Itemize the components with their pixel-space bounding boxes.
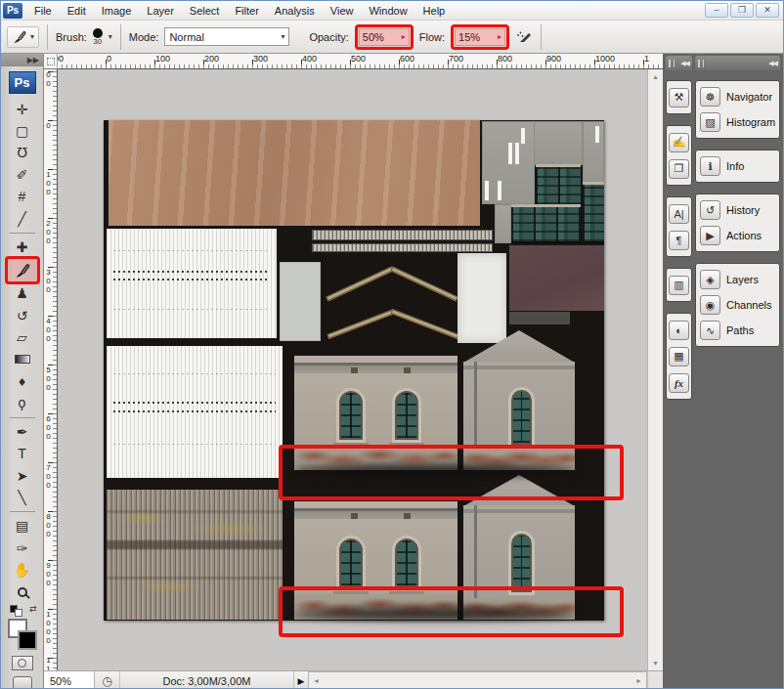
brush-icon: [14, 262, 31, 280]
mode-select[interactable]: Normal ▾: [164, 27, 289, 46]
menu-edit[interactable]: Edit: [60, 3, 94, 19]
brush-preview[interactable]: 30: [93, 28, 103, 46]
eraser-tool[interactable]: ▱: [8, 326, 37, 348]
ruler-label: 900: [45, 561, 55, 587]
panel-button-clone-source[interactable]: ❐: [669, 155, 689, 182]
gradient-tool[interactable]: [8, 348, 37, 369]
eyedropper-tool[interactable]: ✑: [8, 538, 37, 559]
narrow-dock-header[interactable]: ◀◀: [666, 56, 692, 70]
hand-tool[interactable]: ✋: [8, 559, 37, 581]
pen-tool[interactable]: ✒: [8, 421, 37, 443]
slice-tool[interactable]: ╱: [8, 207, 37, 229]
texture-concrete-mid: [534, 121, 583, 165]
panel-button-history[interactable]: ↺ History: [698, 197, 777, 223]
notes-tool[interactable]: ▤: [8, 515, 37, 537]
panel-group: ℹ Info: [695, 150, 780, 183]
options-bar: ▾ Brush: 30 ▾ Mode: Normal ▾ Opacity: 50…: [1, 21, 783, 54]
panel-button-swatches[interactable]: ▦: [669, 343, 689, 369]
panel-group: A| ¶: [666, 196, 692, 257]
restore-button[interactable]: ❐: [730, 3, 754, 18]
opacity-slider-arrow[interactable]: ▸: [402, 32, 406, 41]
brush-tool[interactable]: [8, 259, 37, 281]
panel-button-info[interactable]: ℹ Info: [698, 153, 777, 179]
menu-select[interactable]: Select: [182, 3, 228, 19]
history-brush-tool[interactable]: ↺: [8, 305, 37, 326]
minimize-button[interactable]: –: [705, 3, 728, 18]
menu-image[interactable]: Image: [94, 3, 140, 19]
flow-field[interactable]: 15% ▸: [455, 28, 505, 46]
vertical-ruler: 100 0 100 200 300 400 500 600 700 800 90…: [44, 69, 58, 670]
panel-button-styles[interactable]: fx: [669, 369, 689, 396]
airbrush-icon[interactable]: [515, 30, 533, 44]
panel-button-navigator[interactable]: ☸ Navigator: [698, 84, 777, 109]
version-cue-icon[interactable]: ◷: [95, 671, 120, 689]
navigator-icon: ☸: [700, 87, 720, 107]
flow-slider-arrow[interactable]: ▸: [498, 32, 501, 41]
panel-button-actions[interactable]: ▶ Actions: [698, 223, 777, 248]
marquee-tool[interactable]: ▢: [8, 120, 37, 142]
clone-stamp-tool[interactable]: ♟: [8, 282, 37, 304]
tool-preset-picker[interactable]: ▾: [7, 26, 39, 48]
menu-analysis[interactable]: Analysis: [267, 3, 323, 19]
panel-button-color[interactable]: ◐: [669, 317, 689, 343]
panel-button-layer-comps[interactable]: ▥: [669, 272, 689, 298]
scroll-down-icon[interactable]: ▼: [650, 656, 661, 670]
panel-button-layers[interactable]: ◈ Layers: [698, 267, 777, 292]
panel-button-channels[interactable]: ◉ Channels: [698, 292, 777, 318]
ruler-label: 300: [45, 268, 55, 294]
menu-view[interactable]: View: [323, 3, 362, 19]
horizontal-scrollbar[interactable]: ◄ ►: [308, 671, 647, 689]
move-tool[interactable]: ✛: [8, 98, 37, 119]
quick-selection-tool[interactable]: ✐: [8, 164, 37, 186]
zoom-tool[interactable]: [8, 581, 37, 602]
horizontal-ruler: 00 0 100 200 300 400 500 600 700 800 900…: [58, 54, 663, 69]
zoom-level-field[interactable]: 50%: [44, 671, 95, 689]
line-tool[interactable]: ╲: [8, 487, 37, 508]
menu-window[interactable]: Window: [361, 3, 414, 19]
scroll-right-icon[interactable]: ►: [633, 673, 644, 688]
blur-tool[interactable]: ♦: [8, 370, 37, 392]
chevron-arm: [390, 267, 457, 302]
collapse-icon[interactable]: ◀◀: [680, 60, 689, 67]
brush-tool-icon: [12, 29, 27, 45]
collapse-icon[interactable]: ◀◀: [768, 60, 777, 67]
swap-colors-icon[interactable]: ⇄: [29, 604, 37, 614]
facade-cornice: [294, 363, 457, 373]
panel-button-brush-presets[interactable]: ✍: [669, 129, 689, 155]
close-button[interactable]: ✕: [756, 3, 779, 18]
panel-group: ☸ Navigator ▨ Histogram: [695, 80, 780, 139]
document-canvas[interactable]: [104, 120, 604, 621]
panel-label: Histogram: [726, 116, 775, 128]
default-colors-control[interactable]: ⇄: [8, 603, 37, 618]
screen-mode-button[interactable]: [13, 676, 32, 689]
ruler-label: 600: [400, 54, 414, 64]
type-tool[interactable]: T: [8, 443, 37, 464]
path-selection-tool[interactable]: ➤: [8, 464, 37, 486]
ruler-origin-corner[interactable]: [44, 54, 58, 69]
quick-mask-button[interactable]: [12, 656, 33, 671]
dodge-tool[interactable]: ϙ: [8, 392, 37, 413]
menu-file[interactable]: File: [26, 3, 60, 19]
healing-brush-tool[interactable]: ✚: [8, 237, 37, 258]
panel-button-paragraph[interactable]: ¶: [669, 227, 689, 253]
opacity-value: 50%: [363, 31, 384, 43]
wide-dock-header[interactable]: ◀◀: [695, 56, 780, 70]
panel-button-tool-presets[interactable]: ⚒: [669, 84, 689, 110]
menu-help[interactable]: Help: [415, 3, 454, 19]
vertical-scrollbar[interactable]: ▲ ▼: [647, 69, 663, 670]
background-color[interactable]: [18, 630, 37, 650]
preset-dropdown-arrow[interactable]: ▾: [30, 32, 34, 41]
crop-tool[interactable]: #: [8, 186, 37, 207]
menu-layer[interactable]: Layer: [139, 3, 182, 19]
toolbar-expand-icon[interactable]: ▶▶: [1, 54, 43, 66]
status-flyout-arrow[interactable]: ▶: [294, 671, 308, 689]
opacity-field[interactable]: 50% ▸: [359, 28, 410, 46]
panel-button-character[interactable]: A|: [669, 200, 689, 227]
lasso-tool[interactable]: ℧: [8, 142, 37, 163]
scroll-left-icon[interactable]: ◄: [311, 673, 322, 688]
panel-button-histogram[interactable]: ▨ Histogram: [698, 109, 777, 135]
brush-dropdown-arrow[interactable]: ▾: [109, 32, 112, 41]
panel-button-paths[interactable]: ∿ Paths: [698, 318, 777, 343]
menu-filter[interactable]: Filter: [227, 3, 266, 19]
scroll-up-icon[interactable]: ▲: [650, 69, 661, 84]
